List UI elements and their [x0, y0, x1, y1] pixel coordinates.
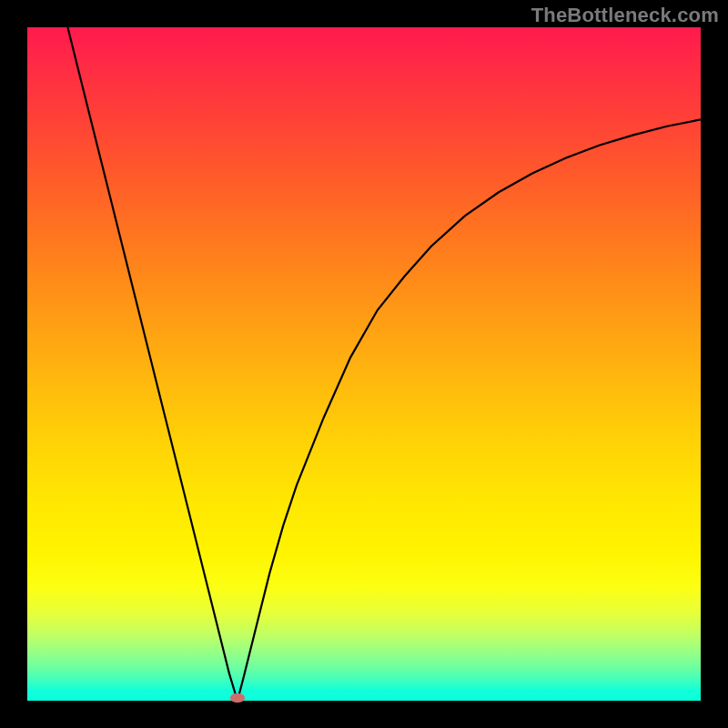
plot-area: [27, 27, 701, 701]
bottleneck-curve: [67, 27, 701, 701]
chart-frame: TheBottleneck.com: [0, 0, 728, 728]
min-marker-icon: [230, 693, 245, 703]
curve-svg: [27, 27, 701, 701]
watermark-text: TheBottleneck.com: [531, 4, 719, 27]
